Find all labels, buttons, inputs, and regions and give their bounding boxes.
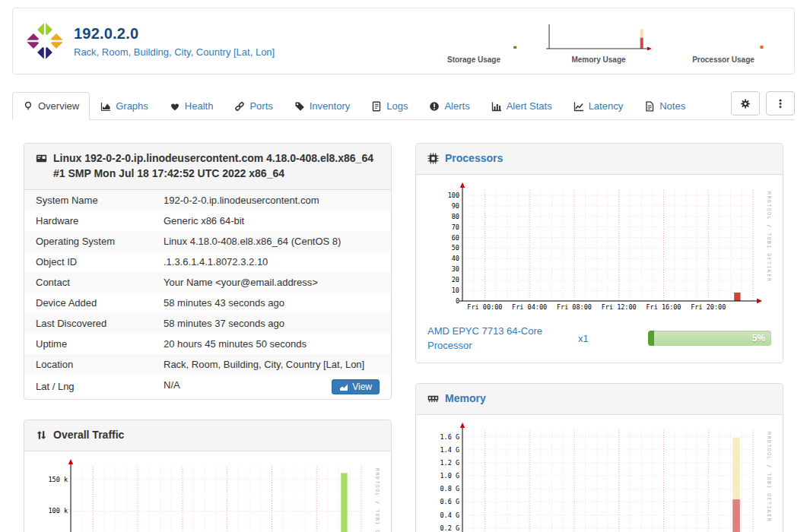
device-info-title: Linux 192-0-2-0.ip.linodeusercontent.com…	[53, 151, 380, 182]
processors-heading[interactable]: Processors	[416, 144, 783, 175]
svg-text:1.4 G: 1.4 G	[440, 446, 459, 454]
svg-text:1.2 G: 1.2 G	[440, 459, 459, 467]
device-settings-button[interactable]	[731, 91, 760, 116]
svg-text:Fri 12:00: Fri 12:00	[602, 303, 637, 311]
overall-traffic-heading: Overall Traffic	[24, 420, 391, 451]
cpu-count-link[interactable]: x1	[564, 333, 648, 344]
tab-latency[interactable]: Latency	[563, 92, 634, 120]
svg-text:100: 100	[448, 192, 459, 199]
mini-graph-storage[interactable]: Storage Usage	[417, 18, 531, 64]
svg-text:0: 0	[456, 297, 459, 305]
attr-value: N/AView	[152, 375, 391, 399]
memory-title: Memory	[445, 391, 486, 407]
svg-text:0.6 G: 0.6 G	[440, 498, 459, 505]
svg-text:0.2 G: 0.2 G	[440, 524, 459, 532]
svg-text:40: 40	[452, 255, 459, 262]
device-info-panel: Linux 192-0-2-0.ip.linodeusercontent.com…	[24, 143, 392, 400]
chart-icon	[339, 382, 348, 391]
svg-text:Fri 20:00: Fri 20:00	[691, 303, 726, 311]
tab-alert-stats[interactable]: Alert Stats	[481, 92, 563, 120]
svg-text:70: 70	[452, 223, 459, 231]
tab-graphs[interactable]: Graphs	[90, 92, 159, 120]
device-row-last-discovered: Last Discovered58 minutes 37 seconds ago	[24, 313, 391, 334]
attr-value: Your Name <your@email.address>	[152, 272, 391, 293]
tab-label: Inventory	[310, 100, 350, 112]
device-row-contact: ContactYour Name <your@email.address>	[24, 272, 391, 293]
attr-value: Linux 4.18.0-408.el8.x86_64 (CentOS 8)	[152, 231, 391, 252]
processors-graph[interactable]: 0102030405060708090100Fri 00:00Fri 04:00…	[427, 182, 771, 313]
attr-value: 192-0-2-0.ip.linodeusercontent.com	[152, 190, 391, 211]
memory-graph[interactable]: 0.00.2 G0.4 G0.6 G0.8 G1.0 G1.2 G1.4 G1.…	[427, 423, 771, 532]
more-options-button[interactable]	[766, 91, 795, 116]
svg-text:Fri 16:00: Fri 16:00	[646, 303, 681, 311]
device-info-heading: Linux 192-0-2-0.ip.linodeusercontent.com…	[24, 144, 391, 190]
memory-panel: Memory 0.00.2 G0.4 G0.6 G0.8 G1.0 G1.2 G…	[415, 383, 783, 532]
tab-label: Latency	[589, 100, 624, 112]
view-location-button[interactable]: View	[332, 379, 380, 394]
attr-value: 58 minutes 37 seconds ago	[152, 313, 391, 334]
svg-text:Fri 08:00: Fri 08:00	[557, 303, 592, 311]
svg-text:30: 30	[452, 265, 459, 273]
tab-inventory[interactable]: Inventory	[284, 92, 361, 120]
processor-usage-sparkline	[666, 18, 780, 55]
tab-overview[interactable]: Overview	[12, 92, 90, 120]
device-row-operating-system: Operating SystemLinux 4.18.0-408.el8.x86…	[24, 231, 391, 252]
tab-label: Alerts	[444, 100, 469, 112]
svg-text:RRDTOOL / TOBI OETIKER: RRDTOOL / TOBI OETIKER	[766, 192, 771, 282]
area-chart-icon	[100, 101, 111, 112]
attr-label: Operating System	[24, 231, 152, 252]
attr-label: Hardware	[24, 211, 152, 231]
tab-health[interactable]: Health	[159, 92, 224, 120]
attr-label: Object ID	[24, 252, 152, 272]
memory-icon	[427, 393, 439, 404]
svg-text:1.6 G: 1.6 G	[440, 432, 459, 440]
attr-value: .1.3.6.1.4.1.8072.3.2.10	[152, 252, 391, 272]
link-icon	[234, 101, 245, 112]
attr-label: Location	[24, 354, 152, 375]
memory-heading[interactable]: Memory	[416, 384, 783, 415]
mini-graph-label: Storage Usage	[417, 55, 531, 64]
tab-notes[interactable]: Notes	[634, 92, 696, 120]
attr-value: 20 hours 45 minutes 50 seconds	[152, 334, 391, 354]
mini-graph-processor[interactable]: Processor Usage	[666, 18, 780, 64]
attr-label: Uptime	[24, 334, 152, 354]
line-chart-icon	[573, 101, 584, 112]
svg-text:RRDTOOL / TOBI OETIKER: RRDTOOL / TOBI OETIKER	[374, 468, 380, 532]
tab-logs[interactable]: Logs	[361, 92, 418, 120]
device-row-hardware: HardwareGeneric x86 64-bit	[24, 211, 391, 231]
device-row-object-id: Object ID.1.3.6.1.4.1.8072.3.2.10	[24, 252, 391, 272]
mini-graph-label: Memory Usage	[542, 55, 656, 64]
processor-row: AMD EPYC 7713 64-Core Processor x1 5%	[416, 318, 783, 363]
device-attributes-table: System Name192-0-2-0.ip.linodeuserconten…	[24, 190, 391, 399]
overall-traffic-title: Overall Traffic	[53, 428, 124, 443]
svg-text:60: 60	[452, 233, 459, 241]
attr-label: System Name	[24, 190, 152, 211]
traffic-icon	[36, 429, 47, 441]
book-icon	[371, 101, 382, 112]
cpu-name-link[interactable]: AMD EPYC 7713 64-Core Processor	[427, 324, 564, 353]
right-column: Processors 0102030405060708090100Fri 00:…	[415, 143, 783, 532]
svg-text:100 k: 100 k	[48, 507, 68, 515]
processors-title: Processors	[445, 151, 503, 166]
cpu-usage-bar: 5%	[648, 331, 771, 346]
svg-text:0.4 G: 0.4 G	[440, 511, 459, 518]
overall-traffic-graph[interactable]: 050 k100 k150 kRRDTOOL / TOBI OETIKER	[36, 459, 380, 532]
attr-value: Generic x86 64-bit	[152, 211, 391, 231]
tab-label: Overview	[38, 100, 79, 112]
mini-graph-memory[interactable]: Memory Usage	[542, 18, 656, 64]
tab-alerts[interactable]: Alerts	[418, 92, 480, 120]
svg-text:80: 80	[452, 213, 459, 220]
attr-label: Last Discovered	[24, 313, 152, 334]
device-row-lat-lng: Lat / LngN/AView	[24, 375, 391, 399]
tab-label: Logs	[386, 100, 408, 112]
device-header: 192.0.2.0 Rack, Room, Building, City, Co…	[12, 8, 795, 74]
device-location-link[interactable]: Rack, Room, Building, City, Country [Lat…	[74, 46, 275, 58]
tab-label: Alert Stats	[507, 100, 552, 112]
tab-label: Notes	[659, 100, 685, 112]
tab-ports[interactable]: Ports	[224, 92, 283, 120]
left-column: Linux 192-0-2-0.ip.linodeusercontent.com…	[24, 143, 392, 532]
device-row-device-added: Device Added58 minutes 43 seconds ago	[24, 293, 391, 313]
overview-content: Linux 192-0-2-0.ip.linodeusercontent.com…	[0, 120, 807, 532]
device-row-uptime: Uptime20 hours 45 minutes 50 seconds	[24, 334, 391, 354]
cpu-usage-label: 5%	[752, 331, 765, 346]
